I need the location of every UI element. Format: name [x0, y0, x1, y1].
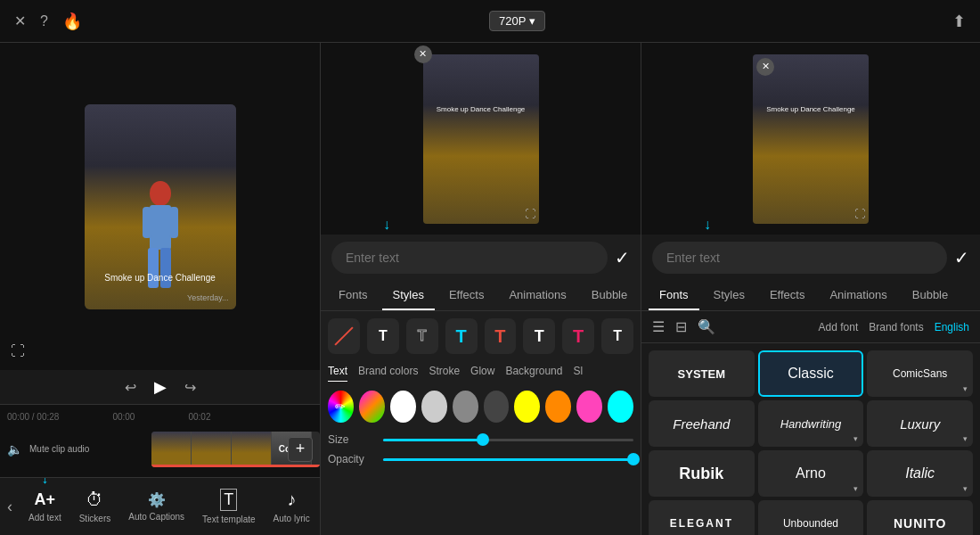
right-tab-effects[interactable]: Effects: [759, 281, 816, 310]
font-rubik[interactable]: Rubik: [649, 450, 755, 497]
color-swatch-gradient[interactable]: [359, 391, 385, 423]
tab-styles[interactable]: Styles: [382, 281, 435, 310]
middle-close-button[interactable]: ✕: [414, 45, 432, 63]
tab-animations[interactable]: Animations: [498, 281, 576, 310]
color-swatch-dgray[interactable]: [484, 391, 510, 423]
font-freehand[interactable]: Freehand: [649, 400, 755, 447]
color-swatch-pink[interactable]: [576, 391, 602, 423]
fullscreen-icon[interactable]: ⛶: [11, 343, 25, 359]
svg-rect-2: [143, 207, 151, 238]
right-tab-animations[interactable]: Animations: [819, 281, 897, 310]
playback-controls: ↩ ▶ ↪: [0, 370, 320, 404]
font-luxury-label: Luxury: [900, 416, 940, 432]
right-text-input[interactable]: [652, 242, 947, 274]
font-unbounded[interactable]: Unbounded ▾: [758, 500, 864, 535]
font-luxury[interactable]: Luxury ▾: [867, 400, 973, 447]
style-stroke-button[interactable]: T: [523, 318, 555, 354]
font-rubik-label: Rubik: [679, 465, 723, 483]
style-outline-button[interactable]: T: [406, 318, 438, 354]
right-tab-styles[interactable]: Styles: [703, 281, 755, 310]
color-swatch-lgray[interactable]: [421, 391, 447, 423]
svg-rect-1: [150, 205, 171, 250]
undo-icon[interactable]: ↩: [125, 379, 136, 396]
add-font-button[interactable]: Add font: [819, 321, 859, 333]
font-elegant[interactable]: ELEGANT: [649, 500, 755, 535]
close-icon[interactable]: ✕: [14, 12, 26, 29]
middle-panel: ✕ Smoke up Dance Challenge ⛶ ↓ ✓ Fonts S…: [321, 43, 641, 535]
timeline-ruler: 00:00 / 00:28 00:00 00:02: [0, 408, 320, 424]
right-confirm-button[interactable]: ✓: [954, 247, 969, 268]
filter-icon[interactable]: ☰: [652, 318, 665, 335]
color-tab-stroke[interactable]: Stroke: [429, 365, 460, 382]
size-slider-thumb[interactable]: [477, 433, 489, 446]
color-swatch-cyan[interactable]: [608, 391, 633, 423]
add-track-button[interactable]: +: [288, 437, 313, 462]
toolbar-item-auto-lyrics[interactable]: ♪ Auto lyric: [265, 486, 319, 527]
color-swatch-white[interactable]: [390, 391, 416, 423]
opacity-slider-thumb[interactable]: [627, 453, 640, 465]
font-nunito-label: NUNITO: [894, 516, 946, 531]
color-tab-sl[interactable]: Sl: [573, 365, 583, 382]
style-normal-button[interactable]: T: [367, 318, 399, 354]
resolution-button[interactable]: 720P ▾: [489, 11, 545, 31]
tab-fonts[interactable]: Fonts: [328, 281, 379, 310]
font-classic[interactable]: Classic: [758, 350, 864, 397]
color-tabs-row: Text Brand colors Stroke Glow Background…: [328, 365, 633, 382]
middle-text-input[interactable]: [331, 242, 608, 274]
video-preview: Smoke up Dance Challenge Yesterday...: [85, 104, 236, 309]
right-expand-icon[interactable]: ⛶: [854, 208, 865, 220]
audio-icon: 🔈: [7, 442, 22, 457]
size-slider[interactable]: [383, 439, 633, 441]
color-tab-brand[interactable]: Brand colors: [358, 365, 418, 382]
color-swatch-gray[interactable]: [453, 391, 478, 423]
font-italic[interactable]: Italic ▾: [867, 450, 973, 497]
top-bar-center: 720P ▾: [96, 11, 938, 31]
style-bold-color-button[interactable]: T: [445, 318, 478, 354]
toolbar-item-stickers[interactable]: ⏱ Stickers: [70, 486, 120, 527]
right-close-button[interactable]: ✕: [756, 58, 774, 76]
upload-icon[interactable]: ⬆: [952, 12, 966, 31]
color-swatch-orange[interactable]: [545, 391, 571, 423]
left-panel: Smoke up Dance Challenge Yesterday... ⛶ …: [0, 43, 321, 535]
font-nunito[interactable]: NUNITO ▾: [867, 500, 973, 535]
middle-confirm-button[interactable]: ✓: [615, 247, 630, 268]
prev-icon[interactable]: ‹: [0, 498, 20, 516]
middle-expand-icon[interactable]: ⛶: [525, 208, 535, 220]
right-text-input-arrow: ↓: [704, 217, 711, 233]
color-picker-button[interactable]: ✏: [328, 391, 354, 423]
font-italic-more: ▾: [963, 484, 968, 493]
color-tab-background[interactable]: Background: [505, 365, 562, 382]
style-icons-row: T T T T T T T: [328, 318, 633, 354]
font-system[interactable]: SYSTEM: [649, 350, 755, 397]
style-none-button[interactable]: [328, 318, 360, 354]
font-comicsans[interactable]: ComicSans ▾: [867, 350, 973, 397]
font-arno[interactable]: Arno ▾: [758, 450, 864, 497]
toolbar-item-auto-captions[interactable]: ⚙️ Auto Captions: [119, 488, 193, 525]
right-tab-fonts[interactable]: Fonts: [649, 281, 699, 310]
opacity-slider[interactable]: [383, 458, 633, 461]
tab-bubble[interactable]: Bubble: [581, 281, 638, 310]
redo-icon[interactable]: ↪: [184, 379, 196, 396]
brand-fonts-button[interactable]: Brand fonts: [869, 321, 923, 333]
toolbar-item-add-text[interactable]: ↓ A+ Add text: [20, 487, 70, 526]
middle-tabs-row: Fonts Styles Effects Animations Bubble: [321, 281, 641, 311]
fire-icon: 🔥: [62, 12, 82, 31]
search-icon[interactable]: 🔍: [698, 318, 715, 335]
style-options: T T T T T T T Text Brand colors Stroke G…: [321, 311, 641, 535]
tab-effects[interactable]: Effects: [438, 281, 495, 310]
auto-lyrics-label: Auto lyric: [274, 514, 310, 523]
style-double-button[interactable]: T: [601, 318, 633, 354]
toolbar-item-text-template[interactable]: T Text template: [193, 485, 264, 528]
help-icon[interactable]: ?: [40, 13, 48, 29]
font-handwriting[interactable]: Handwriting ▾: [758, 400, 864, 447]
color-tab-glow[interactable]: Glow: [470, 365, 494, 382]
style-red-button[interactable]: T: [485, 318, 517, 354]
color-tab-text[interactable]: Text: [328, 365, 347, 382]
color-swatch-yellow[interactable]: [514, 391, 540, 423]
video-frame-3: [232, 432, 272, 467]
play-icon[interactable]: ▶: [154, 377, 167, 397]
style-pink-button[interactable]: T: [562, 318, 594, 354]
language-button[interactable]: English: [935, 321, 969, 333]
right-tab-bubble[interactable]: Bubble: [902, 281, 959, 310]
layers-icon[interactable]: ⊟: [675, 318, 687, 335]
